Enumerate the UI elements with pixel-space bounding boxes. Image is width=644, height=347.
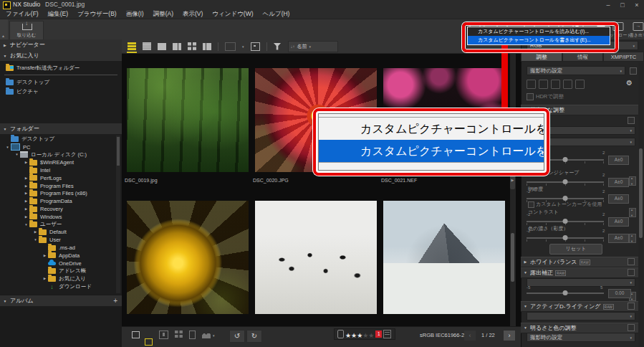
import-button[interactable]: 取り込む	[9, 21, 44, 40]
thumbnail-rose[interactable]	[127, 201, 249, 314]
d-lighting-header[interactable]: ▼アクティブD-ライティングRAW	[521, 301, 638, 312]
sort-select[interactable]: ↓↑ 名前 ▾	[288, 41, 338, 52]
toolbar-collapse-button[interactable]	[0, 19, 8, 39]
d-lighting-checkbox[interactable]	[628, 303, 635, 310]
expander-arrow-icon[interactable]: ▶	[23, 207, 29, 211]
menubar-item[interactable]: 画像(I)	[126, 10, 144, 19]
folder-tree-item[interactable]: ▶Default	[0, 229, 122, 237]
folder-tree-item[interactable]: ▶Program Files (x86)	[0, 190, 122, 198]
sync-thumbnails-icon[interactable]	[145, 338, 153, 346]
star-icon[interactable]: ★	[351, 332, 357, 339]
tab-xmp-iptc[interactable]: XMP/IPTC	[603, 52, 644, 62]
callout-item-export[interactable]: カスタムピクチャーコントロールを書き出す(E)...	[319, 140, 544, 162]
thumbnail-cell[interactable]	[380, 201, 508, 333]
thumbnail-cell[interactable]	[123, 201, 251, 333]
slider-knob[interactable]	[563, 235, 568, 240]
star-icon[interactable]: ★	[345, 332, 351, 339]
callout-item-import[interactable]: カスタムピクチャーコントロールを読み込む(I)...	[319, 118, 544, 140]
tab-adjustments[interactable]: 調整	[521, 52, 562, 62]
resize-tool-icon[interactable]	[563, 80, 572, 89]
close-button[interactable]: ×	[630, 0, 644, 10]
folder-tree-item[interactable]: ▼ローカル ディスク (C:)	[0, 151, 122, 159]
slider-knob[interactable]	[563, 219, 568, 224]
thumbnail-forest[interactable]	[127, 68, 249, 172]
previous-image-button[interactable]: ‹	[464, 331, 476, 341]
export-button[interactable]: 書き出す	[628, 21, 644, 39]
exposure-header[interactable]: ▼露出補正RAW	[521, 267, 638, 278]
adjustment-slider[interactable]	[527, 181, 604, 183]
reset-button[interactable]: リセット	[549, 244, 602, 255]
folder-tree-item[interactable]: デスクトップ	[0, 136, 122, 143]
white-balance-header[interactable]: ▶ホワイトバランスRAW	[521, 257, 638, 267]
slider-knob[interactable]	[563, 196, 568, 201]
menubar-item[interactable]: ウィンドウ(W)	[212, 10, 253, 19]
custom-curve-checkbox[interactable]	[528, 201, 534, 208]
vertical-frame-icon[interactable]	[189, 331, 196, 339]
upload-button[interactable]: アップロード	[607, 21, 629, 39]
folder-tree-item[interactable]: ▶Program Files	[0, 182, 122, 190]
menubar-item[interactable]: ブラウザー(B)	[77, 10, 117, 19]
compare-button[interactable]	[225, 42, 236, 51]
add-album-button[interactable]: +	[113, 295, 117, 306]
folder-tree-item[interactable]: ▼ユーザー	[0, 221, 122, 229]
straighten-tool-icon[interactable]	[527, 80, 536, 89]
browser-scrollbar[interactable]	[510, 54, 516, 326]
expander-arrow-icon[interactable]: ▶	[23, 176, 29, 180]
fullscreen-button[interactable]	[251, 42, 260, 51]
inspector-scrollbar[interactable]	[638, 62, 643, 347]
thumbnail-mountain[interactable]	[383, 201, 505, 314]
folders-scrollbar[interactable]	[116, 136, 120, 293]
folder-tree-item[interactable]: ▶$WinREAgent	[0, 158, 122, 166]
expander-arrow-icon[interactable]: ▶	[23, 199, 29, 203]
rotate-ccw-button[interactable]: ↺	[229, 330, 245, 343]
grid-view-button[interactable]	[128, 42, 136, 50]
star-rating[interactable]: ★★★★★	[345, 328, 374, 341]
expander-arrow-icon[interactable]: ▼	[4, 146, 11, 149]
menu-item-export-picture-control[interactable]: カスタムピクチャーコントロールを書き出す(E)...	[468, 36, 610, 44]
expander-arrow-icon[interactable]: ▶	[23, 161, 29, 164]
slider-value-box[interactable]: A±0	[608, 194, 629, 204]
no-rating-icon[interactable]	[337, 330, 344, 338]
menubar-item[interactable]: 調整(A)	[153, 10, 173, 19]
expander-arrow-icon[interactable]: ▼	[32, 238, 39, 242]
navigator-section-header[interactable]: ▶ナビゲーター	[0, 39, 122, 51]
brightness-color-header[interactable]: ▼明るさと色の調整	[521, 323, 638, 333]
image-view-button[interactable]	[158, 43, 166, 50]
single-frame-icon[interactable]	[159, 331, 168, 339]
brightness-preset-select[interactable]: 撮影時の設定▾	[527, 333, 635, 342]
folder-tree-item[interactable]: アドレス帳	[0, 267, 122, 275]
rating-widget[interactable]: ★★★★★ 1	[334, 328, 395, 340]
menu-item-import-picture-control[interactable]: カスタムピクチャーコントロールを読み込む(I)...	[468, 27, 610, 36]
exposure-checkbox[interactable]	[628, 269, 635, 276]
adjustment-slider[interactable]	[527, 221, 604, 222]
tab-info[interactable]: 情報	[562, 52, 603, 62]
adjustment-slider[interactable]	[527, 198, 604, 199]
folder-tree-item[interactable]: .ms-ad	[0, 244, 122, 252]
folder-tree-item[interactable]: ↓ダウンロード	[0, 282, 122, 290]
slider-knob[interactable]	[563, 179, 568, 184]
hdr-checkbox[interactable]	[527, 93, 534, 100]
filter-icon[interactable]	[274, 43, 282, 50]
folder-tree-item[interactable]: ▶AppData	[0, 252, 122, 260]
thumbnail-cell[interactable]: DSC_0019.jpg	[123, 68, 251, 201]
favorites-section-header[interactable]: ▼お気に入り	[0, 50, 122, 62]
expander-arrow-icon[interactable]: ▼	[23, 223, 29, 227]
color-label-badge[interactable]: 1	[375, 331, 382, 338]
white-balance-checkbox[interactable]	[628, 258, 635, 265]
label-menu-icon[interactable]	[383, 330, 391, 338]
crop-tool-icon[interactable]	[551, 80, 560, 89]
slider-value-box[interactable]: A±0	[608, 156, 629, 165]
spinner-buttons[interactable]	[629, 234, 636, 243]
albums-section-header[interactable]: ▼アルバム+	[0, 295, 122, 307]
folders-section-header[interactable]: ▼フォルダー	[0, 123, 122, 135]
adjustment-slider[interactable]	[527, 237, 604, 239]
basic-checkbox[interactable]	[628, 117, 635, 124]
folder-tree-item[interactable]: OneDrive	[0, 260, 122, 267]
exposure-value[interactable]: 0.00	[608, 289, 631, 298]
thumbnail-cranes[interactable]	[255, 201, 377, 314]
menubar-item[interactable]: 編集(E)	[48, 10, 68, 19]
exposure-select[interactable]: ▾	[527, 278, 635, 287]
slider-value-box[interactable]: A±0	[608, 234, 629, 243]
multi-view-button[interactable]	[188, 42, 196, 50]
favorites-item[interactable]: Transfer転送先フォルダー	[0, 63, 122, 72]
